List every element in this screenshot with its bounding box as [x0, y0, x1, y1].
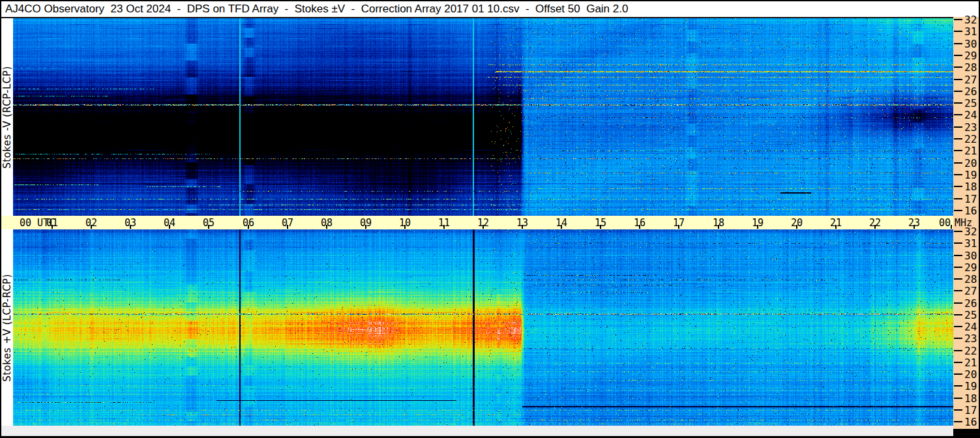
spectrogram-stokes-minus-v[interactable]	[13, 18, 953, 216]
hour-label: 02	[78, 217, 104, 228]
freq-tick-label: 29	[964, 261, 979, 273]
freq-tick-label: 25	[964, 309, 979, 321]
freq-tick	[954, 186, 962, 187]
top-panel-axis-label-text: Stokes -V (RCP-LCP)	[1, 66, 13, 168]
freq-tick-label: 17	[964, 193, 979, 205]
hour-tick	[951, 225, 952, 229]
freq-tick-label: 25	[964, 97, 979, 109]
hour-label: 10	[392, 217, 418, 228]
freq-tick	[954, 102, 962, 104]
freq-tick	[954, 242, 962, 244]
hour-label: 03	[117, 217, 143, 228]
freq-tick-label: 30	[964, 250, 979, 261]
freq-tick-label: 24	[964, 321, 979, 332]
hour-label: 05	[196, 217, 222, 228]
top-panel-axis-label: Stokes -V (RCP-LCP)	[1, 18, 13, 216]
freq-tick	[954, 302, 962, 304]
title-bar: AJ4CO Observatory 23 Oct 2024 - DPS on T…	[1, 1, 979, 18]
freq-tick	[954, 126, 962, 128]
freq-tick-label: 20	[964, 368, 979, 380]
freq-tick	[954, 255, 962, 256]
freq-tick-label: 21	[964, 145, 979, 156]
freq-tick-label: 17	[964, 404, 979, 416]
freq-tick-label: 30	[964, 38, 979, 50]
hour-label: 22	[862, 217, 888, 228]
freq-tick	[954, 66, 962, 68]
hour-label: 04	[156, 217, 183, 228]
freq-tick-label: 23	[964, 332, 979, 344]
freq-tick-label: 27	[964, 285, 979, 297]
bottom-panel-axis-label: Stokes +V (LCP-RCP)	[1, 229, 13, 426]
hour-label: 18	[705, 217, 732, 228]
freq-tick-label: 19	[964, 169, 979, 181]
hour-label: 08	[314, 217, 340, 228]
freq-tick-label: 28	[964, 273, 979, 285]
freq-tick	[954, 150, 962, 151]
freq-tick-label: 32	[964, 14, 979, 25]
freq-tick	[954, 350, 962, 351]
freq-tick-label: 29	[964, 50, 979, 61]
freq-tick	[954, 162, 962, 164]
hour-label: 01	[39, 217, 65, 228]
freq-tick	[954, 114, 962, 115]
freq-tick	[954, 278, 962, 280]
hour-label: 09	[353, 217, 379, 228]
freq-tick-label: 26	[964, 297, 979, 309]
freq-tick-label: 21	[964, 357, 979, 368]
freq-tick	[954, 231, 962, 232]
hour-label: 20	[784, 217, 810, 228]
freq-tick	[954, 385, 962, 387]
hour-label: 21	[823, 217, 849, 228]
freq-tick	[954, 267, 962, 268]
freq-tick-label: 19	[964, 380, 979, 392]
freq-tick	[954, 79, 962, 80]
freq-tick	[954, 43, 962, 44]
hour-label: 19	[745, 217, 771, 228]
freq-tick-label: 23	[964, 121, 979, 133]
hour-label: 16	[627, 217, 653, 228]
freq-tick-label: 27	[964, 74, 979, 85]
freq-tick-label: 26	[964, 85, 979, 97]
hour-label: 12	[470, 217, 496, 228]
hour-label: 15	[587, 217, 614, 228]
freq-tick	[954, 290, 962, 291]
hour-label: 11	[431, 217, 457, 228]
freq-tick	[954, 19, 962, 20]
freq-tick-label: 18	[964, 181, 979, 192]
freq-tick-label: 18	[964, 392, 979, 404]
freq-tick	[954, 198, 962, 199]
freq-tick	[954, 31, 962, 32]
freq-tick-label: 28	[964, 61, 979, 73]
freq-tick	[954, 174, 962, 175]
freq-tick-label: 32	[964, 226, 979, 237]
freq-tick	[954, 362, 962, 363]
freq-tick	[954, 55, 962, 56]
freq-tick	[954, 138, 962, 139]
hour-label: 06	[235, 217, 261, 228]
freq-tick	[954, 91, 962, 92]
bottom-panel-axis-label-text: Stokes +V (LCP-RCP)	[1, 274, 13, 382]
freq-tick	[954, 409, 962, 411]
freq-tick-label: 24	[964, 109, 979, 121]
spectrogram-stokes-plus-v[interactable]	[13, 229, 953, 426]
freq-tick-label: 31	[964, 25, 979, 37]
freq-tick	[954, 326, 962, 327]
freq-tick	[954, 338, 962, 339]
freq-tick-label: 31	[964, 237, 979, 249]
freq-tick-label: 16	[964, 205, 979, 216]
freq-tick-label: 22	[964, 345, 979, 357]
freq-tick	[954, 398, 962, 399]
freq-tick	[954, 210, 962, 211]
bottom-margin	[1, 426, 953, 436]
hour-label: 13	[509, 217, 535, 228]
freq-tick	[954, 421, 962, 422]
hour-label: 14	[548, 217, 574, 228]
hour-label: 00	[922, 217, 951, 228]
hour-label: 17	[666, 217, 692, 228]
freq-tick-label: 16	[964, 416, 979, 428]
freq-tick	[954, 373, 962, 375]
freq-tick-label: 22	[964, 133, 979, 145]
hour-label: 07	[275, 217, 301, 228]
freq-tick	[954, 314, 962, 315]
freq-tick-label: 20	[964, 157, 979, 169]
